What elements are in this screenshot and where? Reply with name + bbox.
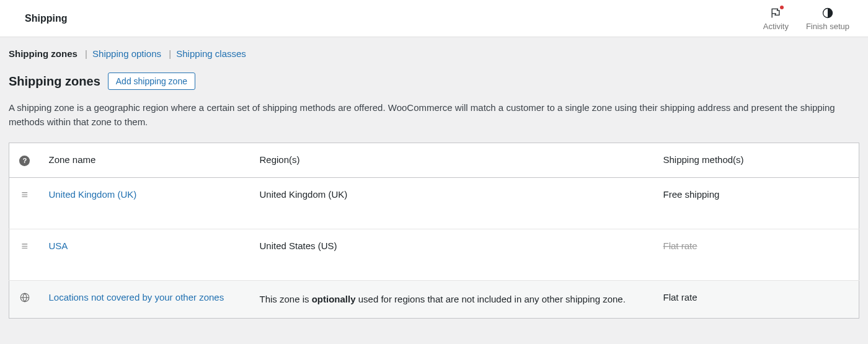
help-icon[interactable]: ? [19, 156, 30, 166]
help-header: ? [9, 143, 40, 178]
zone-name-link[interactable]: USA [49, 240, 68, 251]
section-title: Shipping zones [9, 74, 100, 89]
tab-shipping-classes[interactable]: Shipping classes [176, 48, 246, 59]
zone-region-description: This zone is optionally used for regions… [251, 280, 655, 318]
zone-method: Flat rate [655, 280, 859, 318]
table-header-row: ? Zone name Region(s) Shipping method(s) [9, 143, 859, 178]
top-bar: Shipping Activity Finish setup [0, 0, 868, 37]
drag-handle-icon[interactable]: ≡ [21, 189, 28, 200]
finish-setup-label: Finish setup [806, 22, 849, 31]
method-header: Shipping method(s) [655, 143, 859, 178]
zone-method: Flat rate [663, 240, 698, 251]
content-area: Shipping zones | Shipping options | Ship… [0, 37, 868, 330]
add-shipping-zone-button[interactable]: Add shipping zone [108, 73, 195, 90]
sub-tabs: Shipping zones | Shipping options | Ship… [9, 48, 859, 59]
zone-name-link[interactable]: United Kingdom (UK) [49, 189, 137, 200]
zone-name-link[interactable]: Locations not covered by your other zone… [49, 292, 224, 302]
globe-icon [19, 294, 30, 305]
shipping-zones-table: ? Zone name Region(s) Shipping method(s)… [9, 143, 859, 319]
zone-region: United States (US) [251, 229, 655, 280]
notification-dot-icon [780, 6, 784, 9]
section-description: A shipping zone is a geographic region w… [9, 101, 859, 129]
tab-shipping-options[interactable]: Shipping options [92, 48, 161, 59]
half-circle-icon [822, 7, 834, 19]
drag-handle-icon[interactable]: ≡ [21, 240, 28, 252]
finish-setup-action[interactable]: Finish setup [806, 6, 849, 31]
zone-method: Free shipping [655, 177, 859, 229]
section-header: Shipping zones Add shipping zone [9, 73, 859, 90]
activity-action[interactable]: Activity [763, 6, 789, 31]
region-header: Region(s) [251, 143, 655, 178]
top-actions: Activity Finish setup [763, 6, 856, 31]
page-title: Shipping [12, 13, 67, 24]
tab-shipping-zones[interactable]: Shipping zones [9, 48, 78, 59]
table-row-default: Locations not covered by your other zone… [9, 280, 859, 318]
table-row: ≡ United Kingdom (UK) United Kingdom (UK… [9, 177, 859, 229]
activity-label: Activity [763, 22, 789, 31]
zone-name-header: Zone name [40, 143, 251, 178]
table-row: ≡ USA United States (US) Flat rate [9, 229, 859, 280]
zone-region: United Kingdom (UK) [251, 177, 655, 229]
